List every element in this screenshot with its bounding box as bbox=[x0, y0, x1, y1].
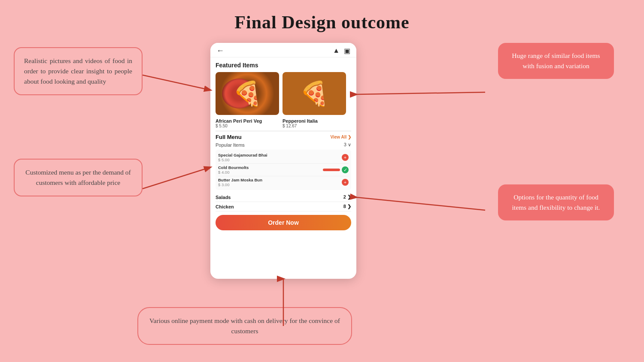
chicken-row: Chicken 8 ❯ bbox=[216, 202, 351, 211]
view-all[interactable]: View All ❯ bbox=[330, 135, 351, 139]
bookmark-icon[interactable]: ▲ bbox=[333, 47, 340, 55]
chicken-label: Chicken bbox=[216, 204, 234, 209]
menu-item-info: Special Gajamourad Bhai $ 5.00 bbox=[218, 153, 267, 162]
item1-price: $ 5.50 bbox=[216, 124, 279, 128]
salads-label: Salads bbox=[216, 195, 231, 200]
salads-row: Salads 2 ❯ bbox=[216, 193, 351, 202]
confirm-btn[interactable]: ✓ bbox=[342, 166, 349, 173]
featured-label: Featured Items bbox=[216, 62, 351, 69]
phone-top-icons: ▲ ▣ bbox=[333, 47, 350, 55]
item2-price: $ 12.67 bbox=[283, 124, 346, 128]
chicken-count[interactable]: 8 ❯ bbox=[343, 204, 351, 209]
menu-item-row: Special Gajamourad Bhai $ 5.00 + bbox=[218, 151, 349, 164]
svg-line-3 bbox=[356, 197, 485, 210]
item2-name: Pepperoni Italia bbox=[283, 118, 346, 124]
menu-item-controls: + bbox=[342, 179, 349, 186]
order-now-button[interactable]: Order Now bbox=[216, 215, 351, 230]
popular-row: Popular Items 3 ∨ bbox=[216, 142, 351, 148]
menu-item-info: Cold Bourmolts $ 4.00 bbox=[218, 165, 249, 175]
menu-icon[interactable]: ▣ bbox=[344, 47, 350, 55]
salads-count[interactable]: 2 ❯ bbox=[343, 194, 351, 200]
pizza-image-1 bbox=[216, 72, 279, 115]
pizza-image-2 bbox=[283, 72, 346, 115]
menu-item-info: Butter Jam Moska Bun $ 3.00 bbox=[218, 178, 262, 187]
menu-item-row: Butter Jam Moska Bun $ 3.00 + bbox=[218, 176, 349, 188]
item1-block: African Peri Peri Veg $ 5.50 bbox=[216, 118, 279, 128]
svg-line-0 bbox=[143, 75, 210, 90]
phone-content: Featured Items African Peri Peri Veg $ 5… bbox=[210, 57, 356, 235]
popular-count: 3 ∨ bbox=[344, 142, 351, 148]
item-names: African Peri Peri Veg $ 5.50 Pepperoni I… bbox=[216, 118, 351, 128]
callout-mid-right: Options for the quantity of food items a… bbox=[498, 184, 614, 220]
full-menu-label: Full Menu bbox=[216, 134, 242, 140]
phone-mockup: ← ▲ ▣ Featured Items African Peri Peri V… bbox=[210, 43, 356, 279]
menu-item-controls: + bbox=[342, 154, 349, 161]
popular-items-list: Special Gajamourad Bhai $ 5.00 + Cold Bo… bbox=[216, 150, 351, 190]
callout-mid-left: Customized menu as per the demand of cus… bbox=[14, 159, 143, 196]
progress-bar bbox=[323, 169, 340, 171]
menu-item-controls: ✓ bbox=[323, 166, 349, 173]
featured-images bbox=[216, 72, 351, 115]
item2-block: Pepperoni Italia $ 12.67 bbox=[283, 118, 346, 128]
divider-1 bbox=[216, 131, 351, 131]
item1-name: African Peri Peri Veg bbox=[216, 118, 279, 124]
add-qty-btn[interactable]: + bbox=[342, 179, 349, 186]
callout-top-left: Realistic pictures and videos of food in… bbox=[14, 47, 143, 95]
svg-line-2 bbox=[356, 92, 485, 94]
phone-top-bar: ← ▲ ▣ bbox=[210, 43, 356, 57]
callout-bottom-center: Various online payment mode with cash on… bbox=[137, 307, 352, 345]
popular-items-label: Popular Items bbox=[216, 142, 245, 148]
menu-item-row: Cold Bourmolts $ 4.00 ✓ bbox=[218, 164, 349, 176]
page-title: Final Design outcome bbox=[0, 0, 644, 33]
svg-line-1 bbox=[143, 167, 210, 189]
full-menu-row: Full Menu View All ❯ bbox=[216, 134, 351, 140]
back-arrow-icon[interactable]: ← bbox=[216, 46, 224, 55]
callout-top-right: Huge range of similar food items with fu… bbox=[498, 43, 614, 79]
add-qty-btn[interactable]: + bbox=[342, 154, 349, 161]
